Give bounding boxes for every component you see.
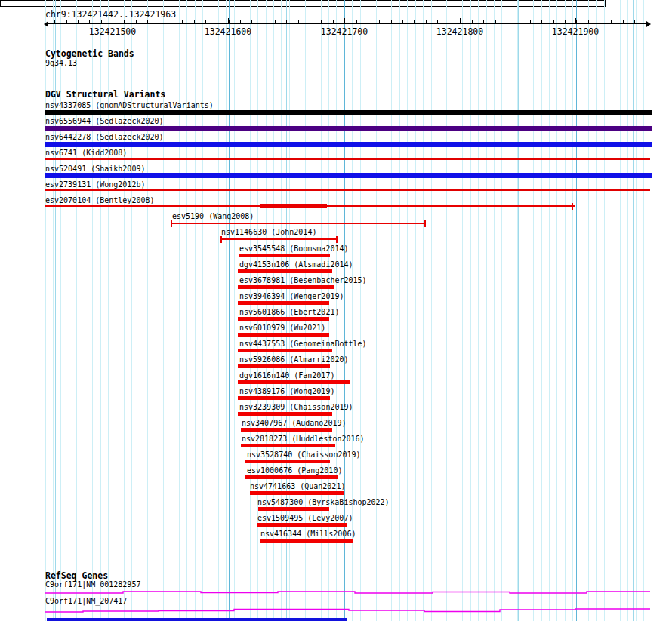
feature-label[interactable]: nsv520491 (Shaikh2009) [45, 165, 145, 172]
grid-line [234, 0, 235, 621]
feature-label[interactable]: esv1509495 (Levy2007) [257, 515, 353, 521]
feature-glyph[interactable] [241, 444, 335, 447]
feature-label[interactable]: esv1000676 (Pang2010) [247, 467, 342, 474]
feature-label[interactable]: esv2070104 (Bentley2008) [45, 197, 155, 204]
feature-label[interactable]: nsv6741 (Kidd2008) [45, 149, 127, 156]
feature-end-tick[interactable] [220, 236, 222, 243]
grid-line [455, 0, 455, 621]
gene-glyph[interactable] [45, 609, 650, 612]
feature-label[interactable]: nsv3946394 (Wenger2019) [239, 293, 344, 300]
ruler-tick [264, 20, 264, 24]
feature-glyph[interactable] [250, 491, 344, 495]
feature-thick-segment[interactable] [260, 204, 327, 208]
feature-glyph[interactable] [45, 158, 650, 160]
feature-glyph[interactable] [45, 126, 652, 131]
feature-label[interactable]: esv5190 (Wang2008) [172, 213, 254, 220]
feature-glyph[interactable] [238, 364, 330, 368]
grid-line [211, 0, 211, 621]
feature-glyph[interactable] [171, 223, 425, 224]
feature-glyph[interactable] [238, 412, 332, 416]
feature-label[interactable]: nsv4437553 (GenomeinaBottle) [239, 340, 367, 347]
feature-label[interactable]: esv3678981 (Besenbacher2015) [239, 277, 367, 284]
feature-glyph[interactable] [45, 173, 652, 178]
feature-glyph[interactable] [239, 254, 330, 257]
gene-glyph[interactable] [45, 592, 650, 593]
feature-label[interactable]: dgv1616n140 (Fan2017) [239, 372, 334, 379]
feature-label[interactable]: nsv4389176 (Wong2019) [239, 388, 334, 395]
cytoband-glyph[interactable] [0, 0, 606, 7]
feature-label[interactable]: nsv5487300 (ByrskaBishop2022) [257, 499, 390, 506]
feature-glyph[interactable] [245, 475, 338, 479]
ruler-tick [78, 20, 79, 24]
ruler-tick [402, 20, 403, 24]
feature-label[interactable]: nsv5601866 (Ebert2021) [239, 309, 339, 315]
grid-line [415, 0, 416, 621]
ruler-tick [519, 20, 519, 24]
ruler-tick [298, 20, 299, 24]
cytoband-label[interactable]: 9q34.13 [45, 60, 77, 66]
feature-glyph[interactable] [45, 189, 650, 191]
ruler-tick [472, 20, 473, 24]
feature-label[interactable]: nsv3407967 (Audano2019) [242, 420, 346, 426]
feature-glyph[interactable] [258, 507, 329, 511]
feature-glyph[interactable] [238, 349, 332, 352]
feature-glyph[interactable] [238, 396, 330, 400]
grid-line [226, 0, 227, 621]
feature-label[interactable]: nsv2818273 (Huddleston2016) [242, 435, 365, 442]
feature-glyph[interactable] [238, 380, 350, 384]
feature-label[interactable]: nsv3239309 (Chaisson2019) [239, 404, 353, 410]
feature-label[interactable]: esv2739131 (Wong2012b) [45, 181, 145, 188]
ruler-tick [171, 20, 171, 24]
ruler-tick-label: 132421500 [89, 28, 136, 36]
gene-label[interactable]: C9orf171|NM_001282957 [45, 581, 140, 588]
grid-line [533, 0, 534, 621]
ruler-tick [101, 20, 102, 24]
ruler-tick [623, 20, 624, 24]
ruler-tick [89, 20, 90, 24]
feature-label[interactable]: esv3545548 (Boomsma2014) [239, 245, 349, 252]
feature-label[interactable]: nsv5926086 (Almarri2020) [239, 356, 349, 363]
ruler-axis [47, 23, 648, 24]
grid-line [470, 0, 471, 621]
feature-end-tick[interactable] [572, 203, 573, 210]
grid-line [501, 0, 502, 621]
feature-label[interactable]: nsv4337085 (gnomADStructuralVariants) [45, 102, 214, 109]
feature-glyph[interactable] [45, 142, 652, 147]
feature-end-tick[interactable] [171, 220, 172, 227]
ruler-tick-major [575, 18, 576, 24]
feature-glyph[interactable] [220, 238, 338, 240]
grid-line [572, 0, 573, 621]
ruler-arrow-left-icon [44, 21, 48, 27]
feature-glyph[interactable] [238, 269, 332, 273]
feature-glyph[interactable] [238, 333, 329, 337]
feature-glyph[interactable] [257, 523, 347, 527]
ruler-tick [54, 20, 55, 24]
feature-glyph[interactable] [238, 301, 329, 305]
feature-glyph[interactable] [238, 317, 329, 321]
feature-label[interactable]: nsv1146630 (John2014) [221, 229, 316, 235]
feature-label[interactable]: nsv6442278 (Sedlazeck2020) [45, 134, 164, 140]
clipped-feature-glyph[interactable] [47, 618, 347, 621]
grid-line [439, 0, 439, 621]
feature-label[interactable]: nsv416344 (Mills2006) [260, 530, 356, 537]
grid-line-major [229, 0, 230, 621]
feature-glyph[interactable] [260, 539, 353, 543]
feature-glyph[interactable] [245, 460, 330, 463]
feature-end-tick[interactable] [336, 236, 338, 243]
grid-line [486, 0, 487, 621]
ruler-tick [136, 20, 137, 24]
grid-line-mid [402, 0, 402, 621]
feature-end-tick[interactable] [424, 220, 426, 227]
grid-line [376, 0, 377, 621]
feature-label[interactable]: dgv4153n106 (Alsmadi2014) [239, 261, 353, 268]
feature-glyph[interactable] [241, 428, 332, 432]
feature-label[interactable]: nsv6010979 (Wu2021) [239, 324, 325, 331]
feature-glyph[interactable] [45, 110, 652, 115]
feature-label[interactable]: nsv3528740 (Chaisson2019) [247, 451, 361, 458]
feature-label[interactable]: nsv4741663 (Quan2021) [250, 483, 345, 490]
feature-label[interactable]: nsv6556944 (Sedlazeck2020) [45, 118, 164, 125]
track-title-cytogenetic-bands: Cytogenetic Bands [45, 50, 134, 58]
ruler-tick [66, 20, 67, 24]
feature-glyph[interactable] [238, 285, 334, 289]
gene-label[interactable]: C9orf171|NM_207417 [45, 598, 127, 604]
